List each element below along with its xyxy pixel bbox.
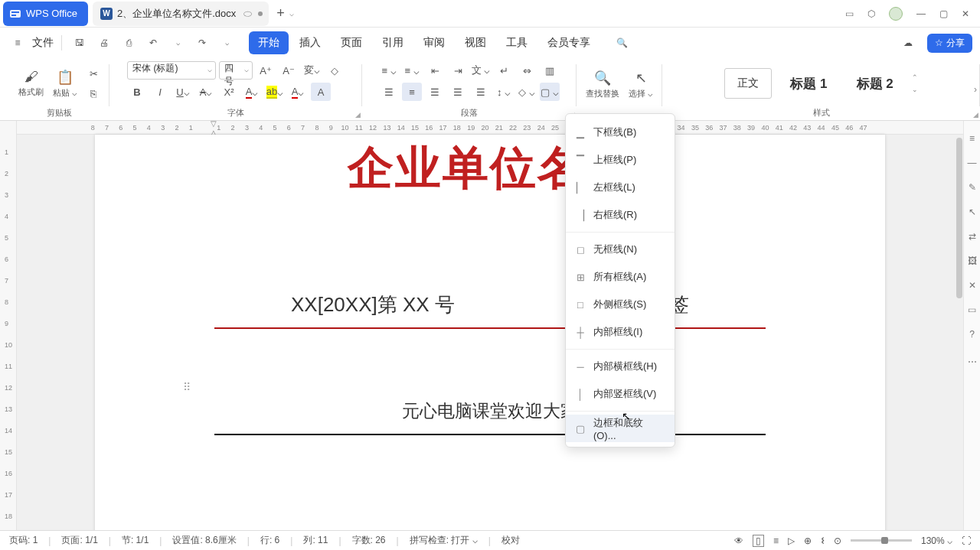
font-size-select[interactable]: 四号 bbox=[219, 61, 253, 80]
italic-button[interactable]: I bbox=[150, 83, 170, 101]
new-tab-button[interactable]: + bbox=[276, 5, 285, 21]
menu-tab-7[interactable]: 会员专享 bbox=[538, 31, 599, 54]
border-option-right[interactable]: ▕右框线(R) bbox=[566, 201, 675, 229]
indent-button[interactable]: ⇥ bbox=[448, 61, 468, 80]
status-setting[interactable]: 设置值: 8.6厘米 bbox=[172, 534, 236, 547]
copy-icon[interactable]: ⎘ bbox=[83, 84, 103, 103]
save-icon[interactable]: 🖫 bbox=[70, 33, 90, 53]
status-spell[interactable]: 拼写检查: 打开 ⌵ bbox=[410, 534, 478, 547]
align-justify-button[interactable]: ☰ bbox=[448, 83, 468, 101]
eye-icon[interactable]: 👁 bbox=[734, 535, 743, 546]
app-tab[interactable]: WPS Office bbox=[3, 2, 88, 26]
distribute-button[interactable]: ☰ bbox=[471, 83, 491, 101]
status-chars[interactable]: 字数: 26 bbox=[352, 534, 386, 547]
minimize-button[interactable]: — bbox=[916, 8, 926, 19]
menu-tab-6[interactable]: 工具 bbox=[497, 31, 537, 54]
style-normal[interactable]: 正文 bbox=[724, 68, 772, 99]
underline-button[interactable]: U ⌵ bbox=[173, 83, 193, 101]
more-icon[interactable]: ⋯ bbox=[968, 356, 977, 367]
numbering-button[interactable]: ≡ ⌵ bbox=[402, 61, 422, 80]
bullets-button[interactable]: ≡ ⌵ bbox=[379, 61, 399, 80]
status-row[interactable]: 行: 6 bbox=[260, 534, 279, 547]
border-option-bottom[interactable]: ▁下框线(B) bbox=[566, 119, 675, 146]
redo-more-icon[interactable]: ⌵ bbox=[217, 33, 237, 53]
status-section[interactable]: 节: 1/1 bbox=[122, 534, 149, 547]
window-picker-icon[interactable]: ▭ bbox=[845, 8, 854, 19]
print-icon[interactable]: 🖨 bbox=[94, 33, 114, 53]
phonetic-icon[interactable]: 変⌵ bbox=[302, 61, 322, 80]
cube-icon[interactable]: ⬡ bbox=[867, 8, 875, 19]
pencil-icon[interactable]: ✎ bbox=[969, 182, 976, 193]
indent-marker-icon[interactable]: ▽ bbox=[207, 121, 220, 128]
font-dialog-icon[interactable]: ◢ bbox=[355, 111, 361, 119]
menu-tab-0[interactable]: 开始 bbox=[249, 31, 289, 54]
vertical-scrollbar[interactable] bbox=[956, 138, 962, 298]
zoom-slider[interactable] bbox=[851, 539, 912, 542]
document-tab[interactable]: W 2、企业单位名称文件.docx ⬭ bbox=[93, 2, 269, 26]
menu-tab-2[interactable]: 页面 bbox=[332, 31, 371, 54]
outdent-button[interactable]: ⇤ bbox=[425, 61, 445, 80]
border-option-outer[interactable]: □外侧框线(S) bbox=[566, 291, 675, 318]
share-button[interactable]: ☆ 分享 bbox=[927, 34, 972, 53]
shrink-font-icon[interactable]: A⁻ bbox=[279, 61, 299, 80]
collapse-icon[interactable]: ≡ bbox=[969, 133, 975, 144]
font-color2-button[interactable]: A ⌵ bbox=[288, 83, 308, 101]
fullscreen-icon[interactable]: ⛶ bbox=[962, 535, 971, 546]
highlight-button[interactable]: ab ⌵ bbox=[265, 83, 285, 101]
border-option-left[interactable]: ▏左框线(L) bbox=[566, 174, 675, 201]
hamburger-icon[interactable]: ≡ bbox=[8, 33, 28, 53]
ribbon-overflow-icon[interactable]: › bbox=[974, 84, 977, 95]
read-view-icon[interactable]: ▷ bbox=[788, 535, 795, 546]
menu-tab-4[interactable]: 审阅 bbox=[414, 31, 454, 54]
style-heading2[interactable]: 标题 2 bbox=[846, 67, 904, 100]
border-option-none[interactable]: ◻无框线(N) bbox=[566, 236, 675, 263]
page[interactable]: 企业单位名称 XX[20XX]第 XX 号 签 ⠿ 元心电脑课堂欢迎大家 bbox=[95, 135, 885, 530]
menu-tab-5[interactable]: 视图 bbox=[456, 31, 495, 54]
redo-icon[interactable]: ↷ bbox=[192, 33, 212, 53]
link-icon[interactable]: 𐌔 bbox=[821, 535, 825, 546]
undo-more-icon[interactable]: ⌵ bbox=[168, 33, 188, 53]
border-option-dialog[interactable]: ▢边框和底纹(O)... bbox=[566, 415, 675, 442]
page-view-icon[interactable]: ▯ bbox=[753, 535, 764, 547]
clear-format-icon[interactable]: ◇ bbox=[325, 61, 345, 80]
zoom-level[interactable]: 130% ⌵ bbox=[921, 535, 952, 546]
border-option-vinner[interactable]: │内部竖框线(V) bbox=[566, 380, 675, 408]
styles-dialog-icon[interactable]: ◢ bbox=[973, 111, 978, 119]
wrap-button[interactable]: ↵ bbox=[494, 61, 514, 80]
border-option-hinner[interactable]: ─内部横框线(H) bbox=[566, 353, 675, 380]
cloud-icon[interactable]: ☁ bbox=[898, 33, 918, 53]
book-icon[interactable]: ▭ bbox=[968, 304, 976, 315]
zoom-out-icon[interactable]: — bbox=[968, 158, 977, 168]
grow-font-icon[interactable]: A⁺ bbox=[256, 61, 276, 80]
border-option-all[interactable]: ⊞所有框线(A) bbox=[566, 263, 675, 291]
paste-button[interactable]: 📋粘贴 ⌵ bbox=[50, 67, 80, 100]
image-icon[interactable]: 🖾 bbox=[968, 255, 977, 266]
text-direction-button[interactable]: 文 ⌵ bbox=[471, 61, 491, 80]
status-page[interactable]: 页码: 1 bbox=[9, 534, 38, 547]
font-family-select[interactable]: 宋体 (标题) bbox=[127, 61, 216, 80]
char-shading-button[interactable]: A bbox=[311, 83, 331, 101]
bold-button[interactable]: B bbox=[127, 83, 147, 101]
border-option-inner[interactable]: ┼内部框线(I) bbox=[566, 318, 675, 346]
avatar[interactable] bbox=[889, 7, 903, 21]
status-proof[interactable]: 校对 bbox=[501, 534, 520, 547]
menu-tab-1[interactable]: 插入 bbox=[290, 31, 330, 54]
char-scale-button[interactable]: ⇔ bbox=[517, 61, 537, 80]
columns-button[interactable]: ▥ bbox=[540, 61, 560, 80]
border-option-top[interactable]: ▔上框线(P) bbox=[566, 146, 675, 174]
web-view-icon[interactable]: ⊕ bbox=[804, 535, 812, 546]
find-replace-button[interactable]: 🔍查找替换 bbox=[583, 68, 622, 101]
help-icon[interactable]: ? bbox=[969, 329, 975, 340]
strike-button[interactable]: A ⌵ bbox=[196, 83, 216, 101]
preview-icon[interactable]: ⎙ bbox=[119, 33, 139, 53]
status-col[interactable]: 列: 11 bbox=[303, 534, 328, 547]
pointer-icon[interactable]: ↖ bbox=[969, 207, 976, 217]
align-right-button[interactable]: ☰ bbox=[425, 83, 445, 101]
styles-down-icon[interactable]: ⌄ bbox=[912, 86, 918, 93]
borders-button[interactable]: ▢ ⌵ bbox=[540, 83, 560, 101]
outline-view-icon[interactable]: ≡ bbox=[773, 535, 779, 546]
focus-icon[interactable]: ⊙ bbox=[834, 535, 841, 546]
tab-menu-button[interactable]: ⌵ bbox=[289, 9, 294, 18]
cut-icon[interactable]: ✂ bbox=[83, 64, 103, 83]
settings-icon[interactable]: ⇄ bbox=[969, 231, 976, 242]
